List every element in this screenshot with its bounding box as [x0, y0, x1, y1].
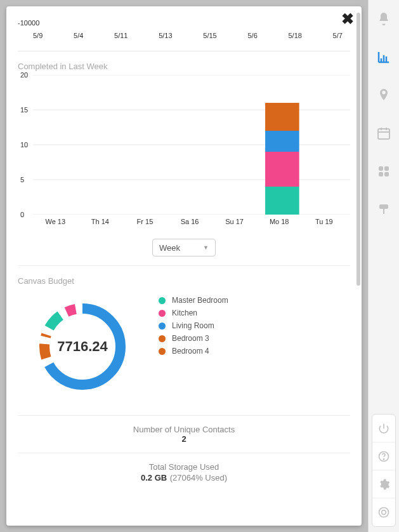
donut-center-value: 7716.24 — [25, 289, 140, 404]
stat-label: Number of Unique Contacts — [18, 425, 350, 434]
bar-chart-title: Completed in Last Week — [18, 62, 350, 71]
legend-swatch — [159, 297, 166, 304]
y-tick-top: -10000 — [18, 19, 350, 29]
svg-rect-20 — [379, 204, 388, 209]
svg-point-23 — [383, 458, 384, 459]
top-chart-remnant: -10000 5/95/45/115/135/155/65/185/7 — [18, 19, 350, 51]
svg-rect-19 — [384, 172, 389, 176]
legend-swatch — [159, 323, 166, 329]
stat-value: 0.2 GB — [141, 473, 167, 482]
legend-label: Master Bedroom — [172, 296, 228, 305]
stat-value-sub: (27064% Used) — [170, 473, 227, 482]
stat-label: Total Storage Used — [18, 462, 350, 472]
legend-item: Bedroom 4 — [159, 347, 228, 356]
modal-scrollbar[interactable] — [356, 13, 360, 286]
x-tick: Sa 16 — [167, 218, 213, 225]
svg-rect-21 — [383, 209, 384, 214]
svg-rect-18 — [379, 172, 383, 176]
stat-contacts: Number of Unique Contacts 2 — [18, 415, 350, 453]
legend-item: Kitchen — [159, 309, 228, 317]
x-tick: We 13 — [33, 218, 78, 225]
bell-icon[interactable] — [369, 0, 400, 38]
svg-rect-7 — [265, 131, 299, 152]
legend-item: Bedroom 3 — [159, 334, 228, 343]
y-tick: 10 — [20, 141, 28, 149]
x-tick: 5/9 — [33, 32, 43, 39]
x-tick: Mo 18 — [257, 218, 302, 225]
legend-label: Living Room — [172, 321, 214, 330]
sidebar-bottom-box — [372, 414, 396, 527]
legend-label: Bedroom 4 — [172, 347, 209, 356]
chevron-down-icon: ▼ — [203, 244, 209, 251]
legend-item: Master Bedroom — [159, 296, 228, 305]
divider — [18, 265, 350, 266]
gear-icon[interactable] — [372, 470, 395, 498]
paint-icon[interactable] — [369, 190, 400, 229]
pin-icon[interactable] — [369, 76, 400, 114]
bar-chart: 05101520 We 13Th 14Fr 15Sa 16Su 17Mo 18T… — [18, 75, 350, 234]
y-tick: 20 — [20, 71, 28, 79]
y-tick: 15 — [20, 106, 28, 114]
svg-rect-6 — [265, 152, 299, 187]
sync-icon[interactable] — [372, 498, 395, 526]
y-tick: 5 — [20, 176, 24, 183]
svg-rect-5 — [265, 187, 299, 215]
bar-x-axis: We 13Th 14Fr 15Sa 16Su 17Mo 18Tu 19 — [33, 218, 346, 225]
donut-chart-title: Canvas Budget — [18, 276, 350, 286]
svg-rect-9 — [265, 103, 299, 117]
stats-icon[interactable] — [369, 38, 400, 76]
stat-value: 2 — [18, 434, 350, 444]
svg-point-24 — [379, 508, 389, 517]
x-tick: 5/11 — [114, 32, 128, 39]
power-icon[interactable] — [372, 415, 395, 442]
y-tick: 0 — [20, 211, 24, 218]
calendar-icon[interactable] — [369, 114, 400, 152]
svg-rect-8 — [265, 117, 299, 131]
svg-rect-15 — [378, 129, 389, 139]
legend-swatch — [159, 335, 166, 342]
dropdown-value: Week — [159, 243, 180, 253]
close-icon[interactable]: ✖ — [341, 11, 354, 27]
right-sidebar — [368, 0, 399, 532]
donut-chart: 7716.24 Master BedroomKitchenLiving Room… — [18, 289, 350, 404]
legend-swatch — [159, 310, 166, 317]
x-tick: 5/13 — [159, 32, 172, 39]
x-tick: Th 14 — [78, 218, 123, 225]
legend-label: Bedroom 3 — [172, 334, 209, 343]
x-tick: Fr 15 — [122, 218, 167, 225]
help-icon[interactable] — [372, 442, 395, 470]
legend-swatch — [159, 348, 166, 355]
x-tick: 5/18 — [288, 32, 301, 39]
x-tick: 5/15 — [203, 32, 216, 39]
stats-modal: ✖ -10000 5/95/45/115/135/155/65/185/7 Co… — [6, 6, 362, 526]
legend-item: Living Room — [159, 321, 228, 330]
legend-label: Kitchen — [172, 309, 197, 317]
svg-rect-16 — [379, 166, 383, 171]
x-tick: Tu 19 — [301, 218, 346, 225]
x-tick: 5/4 — [74, 32, 83, 39]
svg-point-25 — [382, 510, 386, 515]
svg-rect-17 — [384, 166, 389, 171]
period-dropdown[interactable]: Week ▼ — [152, 239, 216, 256]
apps-icon[interactable] — [369, 152, 400, 190]
donut-legend: Master BedroomKitchenLiving RoomBedroom … — [159, 289, 228, 404]
x-tick: 5/7 — [333, 32, 343, 39]
x-axis-top: 5/95/45/115/135/155/65/185/7 — [18, 29, 350, 51]
x-tick: Su 17 — [212, 218, 257, 225]
stat-storage: Total Storage Used 0.2 GB (27064% Used) — [18, 453, 350, 492]
x-tick: 5/6 — [247, 32, 257, 39]
